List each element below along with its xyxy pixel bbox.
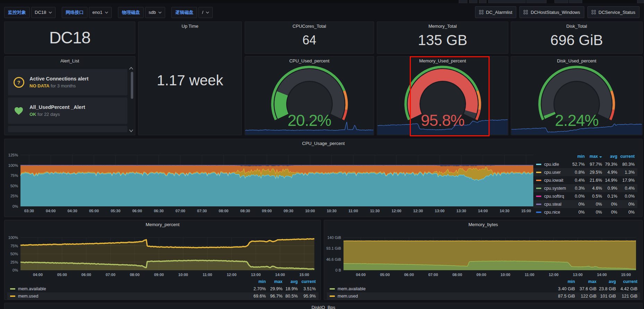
legend-value: 79.3%	[602, 162, 617, 167]
chevron-down-icon	[49, 11, 52, 14]
panel-title[interactable]: CPUCores_Total	[245, 22, 374, 31]
legend-column-current[interactable]: current	[616, 279, 637, 284]
svg-text:11:30: 11:30	[370, 209, 380, 213]
legend-row-mem.used[interactable]: mem.used69.6%96.7%80.5%95.9%	[7, 292, 319, 300]
panel-title[interactable]: CPU_Usage_percent	[5, 139, 642, 148]
legend-row-cpu.steal[interactable]: cpu.steal0%0%0%0%	[533, 200, 637, 208]
legend-value: 0.9%	[602, 186, 617, 191]
variable-dropdown-monitor-target[interactable]: DC18	[31, 7, 56, 18]
legend-column-min[interactable]: min	[566, 154, 585, 159]
variable-dropdown-network-interface[interactable]: eno1	[89, 7, 112, 18]
legend-column-current[interactable]: current	[617, 154, 635, 159]
series-color-swatch	[536, 180, 541, 181]
alert-item-partial[interactable]	[8, 126, 127, 132]
svg-text:25%: 25%	[10, 260, 18, 264]
series-color-swatch	[10, 288, 15, 290]
legend-value: 0.4%	[617, 186, 635, 191]
legend-column-current[interactable]: current	[298, 279, 316, 284]
scroll-up-icon[interactable]	[129, 66, 134, 70]
variable-dropdown-logical-disk[interactable]: /	[198, 7, 213, 18]
dashboard-link-dcservice-status[interactable]: DCService_Status	[587, 6, 639, 18]
panel-title[interactable]: Disk_Total	[511, 22, 642, 31]
legend-column-avg[interactable]: avg	[596, 279, 616, 284]
panel-memory-total: Memory_Total 135 GB	[377, 22, 508, 54]
variable-dropdown-physical-disk[interactable]: sdb	[145, 7, 165, 18]
legend-row-cpu.softirq[interactable]: cpu.softirq0.0%0.5%0.1%0.0%	[533, 192, 637, 200]
svg-text:04:00: 04:00	[46, 209, 56, 213]
host-name-value: DC18	[5, 28, 135, 47]
dashboard-link-label: DC_Alarmlist	[486, 10, 512, 15]
alert-status-line: OK for 22 days	[29, 112, 85, 117]
svg-text:125%: 125%	[8, 153, 18, 157]
legend-row-cpu.system[interactable]: cpu.system0.3%4.6%0.9%0.4%	[533, 184, 637, 192]
legend-row-cpu.nice[interactable]: cpu.nice0%0%0%0%	[533, 208, 637, 216]
panel-uptime: Up Time 1.17 week	[138, 22, 242, 135]
dashboard-link-label: DCService_Status	[599, 10, 635, 15]
alert-item-active-connections[interactable]: ? Active Connections alert NO DATA for 3…	[8, 69, 127, 95]
alert-item-all-usedpercent[interactable]: All_UsedPercent _Alert OK for 22 days	[8, 97, 127, 124]
panel-cpu-used-percent: CPU_Used_percent 20.2%	[245, 56, 374, 135]
memory-bytes-legend: minmaxavgcurrentmem.available3.40 GiB37.…	[327, 278, 640, 300]
legend-row-mem.available[interactable]: mem.available2.70%29.9%18.9%3.51%	[7, 285, 319, 292]
legend-column-max[interactable]: max	[585, 154, 602, 159]
legend-column-min[interactable]: min	[553, 279, 575, 284]
legend-value: 0%	[566, 202, 585, 207]
svg-text:08:30: 08:30	[240, 209, 250, 213]
memory-percent-chart[interactable]: 0%25%50%75%100%04:0005:0006:0007:0008:00…	[5, 229, 321, 280]
memory-total-value: 135 GB	[377, 32, 508, 49]
legend-value: 0.0%	[566, 194, 585, 199]
legend-value: 29.9%	[266, 286, 282, 291]
scrollbar-thumb[interactable]	[131, 72, 133, 99]
legend-value: 0.1%	[602, 194, 617, 199]
series-color-swatch	[536, 196, 541, 197]
heart-icon	[8, 106, 29, 115]
legend-value: 4.42 GiB	[616, 286, 637, 291]
svg-text:15:00: 15:00	[521, 209, 531, 213]
legend-column-avg[interactable]: avg	[602, 154, 617, 159]
legend-column-min[interactable]: min	[246, 279, 266, 284]
dashboard-link-dchoststatus-windows[interactable]: DCHostStatus_Windows	[519, 6, 584, 18]
series-color-swatch	[536, 212, 541, 213]
memory-percent-legend: minmaxavgcurrentmem.available2.70%29.9%1…	[7, 278, 319, 300]
scroll-down-icon[interactable]	[129, 129, 134, 133]
legend-column-max[interactable]: max	[266, 279, 282, 284]
panel-disk-used-percent: Disk_Used_percent 2.24%	[511, 56, 643, 135]
panel-title[interactable]: Memory_Total	[377, 22, 508, 31]
legend-value: 18.9%	[282, 286, 298, 291]
variable-group-monitor-target: 监控对象 DC18	[4, 7, 56, 18]
legend-value: 0.4%	[566, 178, 585, 183]
svg-text:06:00: 06:00	[132, 209, 142, 213]
cpu-usage-chart[interactable]: 0%25%50%75%100%125%03:3004:0004:3005:000…	[5, 148, 536, 217]
svg-text:06:00: 06:00	[82, 273, 91, 277]
legend-value: 1.3%	[617, 170, 635, 175]
legend-value: 29.5%	[585, 170, 602, 175]
panel-title[interactable]: Alert_List	[5, 57, 135, 66]
legend-row-cpu.idle[interactable]: cpu.idle52.7%97.7%79.3%80.3%	[533, 160, 637, 168]
legend-row-mem.available[interactable]: mem.available3.40 GiB37.6 GiB23.8 GiB4.4…	[327, 285, 640, 292]
svg-text:14:00: 14:00	[275, 273, 285, 277]
panel-title[interactable]: Memory_bytes	[324, 220, 642, 229]
chrome-remnant-box	[459, 0, 467, 3]
gauge-value: 20.2%	[245, 111, 374, 130]
svg-text:140 GiB: 140 GiB	[327, 235, 341, 240]
variable-group-physical-disk: 物理磁盘 sdb	[118, 7, 165, 18]
svg-text:07:00: 07:00	[176, 209, 185, 213]
memory-bytes-chart[interactable]: 0 B46.6 GiB93.1 GiB140 GiB04:0005:0006:0…	[324, 229, 643, 280]
panel-title[interactable]: Up Time	[138, 22, 242, 31]
legend-value: 96.7%	[266, 294, 282, 299]
legend-value: 0.3%	[566, 186, 585, 191]
legend-row-cpu.iowait[interactable]: cpu.iowait0.4%21.6%14.9%17.9%	[533, 176, 637, 184]
legend-value: 0%	[602, 210, 617, 215]
legend-column-max[interactable]: max	[575, 279, 596, 284]
svg-text:13:00: 13:00	[251, 273, 261, 277]
panel-title[interactable]: DiskIO_Bps	[5, 303, 642, 309]
legend-row-cpu.user[interactable]: cpu.user0.8%29.5%4.9%1.3%	[533, 168, 637, 176]
series-color-swatch	[536, 188, 541, 189]
panel-title[interactable]: Memory_percent	[5, 220, 321, 229]
legend-value: 0%	[617, 210, 635, 215]
legend-column-avg[interactable]: avg	[282, 279, 298, 284]
dashboard-link-dc-alarmlist[interactable]: DC_Alarmlist	[475, 6, 517, 18]
alert-name: Active Connections alert	[29, 76, 88, 81]
legend-row-mem.used[interactable]: mem.used87.5 GiB122 GiB101 GiB121 GiB	[327, 292, 640, 300]
svg-text:100%: 100%	[8, 163, 18, 168]
